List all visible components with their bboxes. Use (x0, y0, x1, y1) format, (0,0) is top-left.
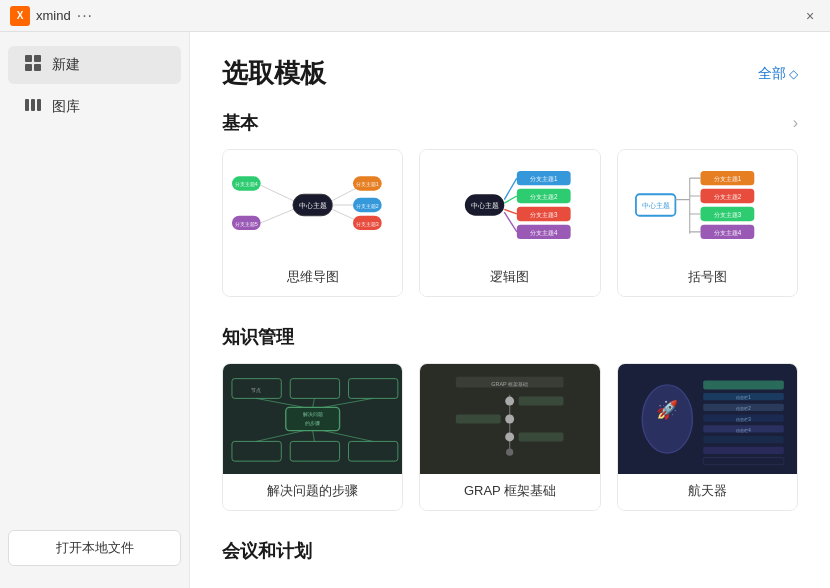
svg-rect-63 (349, 441, 398, 461)
bracket-preview: 中心主题 分支主题1 分支主题2 (618, 150, 797, 260)
svg-rect-78 (519, 432, 564, 441)
sidebar-item-library[interactable]: 图库 (8, 88, 181, 126)
svg-rect-93 (703, 458, 784, 465)
svg-point-77 (506, 432, 515, 441)
svg-text:🚀: 🚀 (656, 399, 679, 421)
svg-text:分支主题5: 分支主题5 (235, 221, 258, 227)
svg-line-18 (261, 209, 293, 222)
section-knowledge-header: 知识管理 (222, 325, 798, 349)
mindmap-label: 思维导图 (223, 260, 402, 296)
grap-preview: GRAP 框架基础 (420, 364, 599, 474)
new-icon (24, 54, 42, 76)
svg-point-79 (506, 449, 513, 456)
svg-text:分支主题4: 分支主题4 (235, 181, 258, 187)
logic-preview: 中心主题 分支主题1 分支主题2 分支主题3 (420, 150, 599, 260)
svg-rect-5 (31, 99, 35, 111)
filter-all-button[interactable]: 全部 ◇ (758, 65, 798, 83)
section-basic-grid: 中心主题 分支主题4 分支主题1 分支主题2 (222, 149, 798, 297)
section-knowledge: 知识管理 节点 解决问题 (222, 325, 798, 511)
filter-arrow-icon: ◇ (789, 67, 798, 81)
svg-rect-91 (703, 436, 784, 443)
section-basic-arrow[interactable]: › (793, 114, 798, 132)
section-basic-title: 基本 (222, 111, 258, 135)
section-meeting-title: 会议和计划 (222, 539, 312, 563)
mindmap-preview: 中心主题 分支主题4 分支主题1 分支主题2 (223, 150, 402, 260)
svg-rect-6 (37, 99, 41, 111)
svg-line-68 (313, 431, 315, 442)
template-aerospace[interactable]: 🚀 信息栏1 信息栏2 信息栏3 信息栏4 (617, 363, 798, 511)
svg-rect-4 (25, 99, 29, 111)
svg-line-69 (323, 431, 372, 442)
svg-text:信息栏1: 信息栏1 (736, 395, 751, 400)
template-mindmap[interactable]: 中心主题 分支主题4 分支主题1 分支主题2 (222, 149, 403, 297)
bracket-label: 括号图 (618, 260, 797, 296)
section-basic-header: 基本 › (222, 111, 798, 135)
svg-text:分支主题3: 分支主题3 (530, 211, 558, 218)
svg-line-32 (505, 209, 518, 213)
app-name: xmind (36, 8, 71, 23)
svg-rect-61 (232, 441, 281, 461)
page-title: 选取模板 (222, 56, 326, 91)
template-logic[interactable]: 中心主题 分支主题1 分支主题2 分支主题3 (419, 149, 600, 297)
grap-label: GRAP 框架基础 (420, 474, 599, 510)
sidebar-item-new[interactable]: 新建 (8, 46, 181, 84)
aerospace-label: 航天器 (618, 474, 797, 510)
svg-rect-3 (34, 64, 41, 71)
sidebar: 新建 图库 打开本地文件 (0, 32, 190, 588)
svg-rect-82 (703, 380, 784, 389)
svg-text:分支主题1: 分支主题1 (356, 181, 379, 187)
filter-label: 全部 (758, 65, 786, 83)
problem-preview: 节点 解决问题 的步骤 (223, 364, 402, 474)
svg-text:分支主题3: 分支主题3 (356, 221, 379, 227)
template-problem[interactable]: 节点 解决问题 的步骤 (222, 363, 403, 511)
svg-text:分支主题2: 分支主题2 (530, 193, 558, 200)
open-local-button[interactable]: 打开本地文件 (8, 530, 181, 566)
sidebar-item-new-label: 新建 (52, 56, 80, 74)
section-basic: 基本 › 中心主题 分支主题4 (222, 111, 798, 297)
aerospace-preview: 🚀 信息栏1 信息栏2 信息栏3 信息栏4 (618, 364, 797, 474)
svg-text:节点: 节点 (251, 387, 261, 393)
svg-text:分支主题3: 分支主题3 (713, 211, 741, 218)
svg-text:信息栏3: 信息栏3 (736, 417, 751, 422)
page-header: 选取模板 全部 ◇ (222, 56, 798, 91)
app-logo: X (10, 6, 30, 26)
svg-point-75 (506, 415, 515, 424)
section-meeting: 会议和计划 (222, 539, 798, 563)
svg-text:分支主题2: 分支主题2 (356, 203, 379, 209)
title-bar-dots[interactable]: ··· (77, 7, 93, 25)
svg-text:中心主题: 中心主题 (641, 202, 669, 210)
svg-text:分支主题1: 分支主题1 (530, 175, 558, 182)
section-knowledge-grid: 节点 解决问题 的步骤 (222, 363, 798, 511)
svg-rect-2 (25, 64, 32, 71)
svg-line-67 (256, 431, 304, 442)
svg-text:解决问题: 解决问题 (303, 411, 323, 417)
svg-text:分支主题4: 分支主题4 (713, 229, 741, 236)
svg-text:分支主题4: 分支主题4 (530, 229, 558, 236)
section-knowledge-title: 知识管理 (222, 325, 294, 349)
sidebar-bottom: 打开本地文件 (0, 520, 189, 576)
svg-rect-76 (456, 415, 501, 424)
svg-text:分支主题1: 分支主题1 (713, 175, 741, 182)
content-area: 选取模板 全部 ◇ 基本 › 中心主题 (190, 32, 830, 588)
svg-text:的步骤: 的步骤 (305, 420, 320, 426)
template-bracket[interactable]: 中心主题 分支主题1 分支主题2 (617, 149, 798, 297)
svg-rect-74 (519, 397, 564, 406)
svg-line-35 (505, 212, 518, 232)
svg-line-65 (313, 398, 315, 407)
svg-rect-56 (290, 379, 339, 399)
svg-rect-92 (703, 447, 784, 454)
svg-text:信息栏2: 信息栏2 (736, 406, 751, 411)
library-icon (24, 96, 42, 118)
logic-label: 逻辑图 (420, 260, 599, 296)
title-bar: X xmind ··· × (0, 0, 830, 32)
svg-text:中心主题: 中心主题 (471, 202, 499, 210)
svg-rect-0 (25, 55, 32, 62)
svg-line-66 (323, 398, 372, 407)
svg-text:GRAP 框架基础: GRAP 框架基础 (492, 381, 529, 387)
close-button[interactable]: × (806, 9, 820, 23)
svg-point-73 (506, 397, 515, 406)
main-layout: 新建 图库 打开本地文件 选取模板 全部 ◇ (0, 32, 830, 588)
svg-line-9 (261, 185, 293, 200)
svg-rect-57 (349, 379, 398, 399)
template-grap[interactable]: GRAP 框架基础 GRAP 框 (419, 363, 600, 511)
